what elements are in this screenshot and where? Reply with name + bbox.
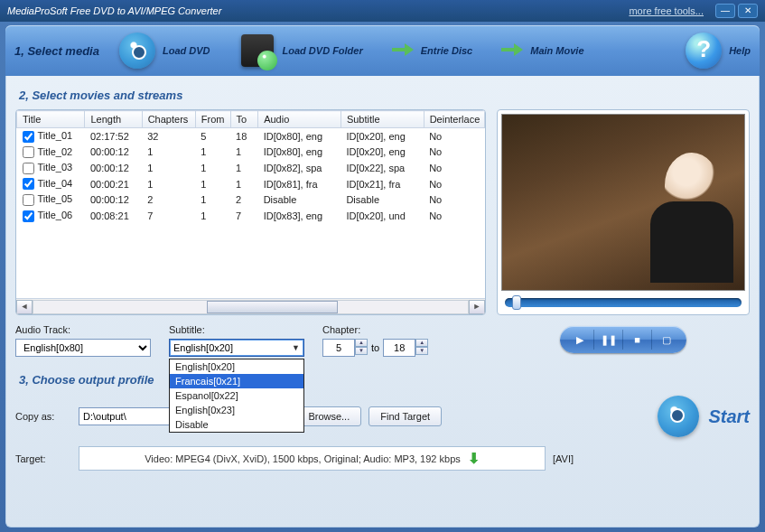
subtitle-dropdown[interactable]: English[0x20]Francais[0x21]Espanol[0x22]… xyxy=(169,359,304,433)
dvd-folder-icon xyxy=(238,31,277,70)
subtitle-option[interactable]: English[0x23] xyxy=(170,403,303,417)
step3-label: 3, Choose output profile xyxy=(19,373,750,387)
start-button[interactable]: Start xyxy=(658,396,750,437)
target-desc: Video: MPEG4 (DivX, XviD), 1500 kbps, Or… xyxy=(145,453,461,464)
play-button[interactable]: ▶ xyxy=(565,330,594,350)
preview-panel xyxy=(497,109,750,315)
subtitle-select[interactable]: English[0x20] ▼ xyxy=(169,339,304,357)
audio-track-label: Audio Track: xyxy=(15,324,151,335)
help-button[interactable]: ? Help xyxy=(684,31,751,70)
scroll-thumb[interactable] xyxy=(207,301,337,313)
arrow-icon xyxy=(390,31,415,70)
column-header[interactable]: From xyxy=(195,111,230,128)
minimize-button[interactable]: — xyxy=(715,4,735,18)
subtitle-option[interactable]: Espanol[0x22] xyxy=(170,388,303,403)
scroll-track[interactable] xyxy=(33,300,469,314)
subtitle-option[interactable]: Francais[0x21] xyxy=(170,374,303,388)
snapshot-button[interactable]: ▢ xyxy=(652,330,681,350)
find-target-button[interactable]: Find Target xyxy=(369,406,442,426)
column-header[interactable]: Title xyxy=(17,111,85,128)
row-checkbox[interactable] xyxy=(23,194,34,206)
main-movie-button[interactable]: Main Movie xyxy=(499,31,583,70)
avi-tag: [AVI] xyxy=(553,453,589,464)
audio-track-select[interactable]: English[0x80] xyxy=(15,339,151,357)
scroll-left-button[interactable]: ◄ xyxy=(16,300,33,314)
toolbar: 1, Select media Load DVD Load DVD Folder… xyxy=(5,25,760,76)
table-row[interactable]: Title_0102:17:5232518ID[0x80], engID[0x2… xyxy=(17,128,485,145)
seek-slider[interactable] xyxy=(505,298,742,307)
disc-icon xyxy=(658,396,699,437)
video-preview[interactable] xyxy=(501,114,745,291)
disc-icon xyxy=(117,31,157,70)
scroll-right-button[interactable]: ► xyxy=(469,300,485,314)
seek-thumb[interactable] xyxy=(512,295,521,310)
start-label: Start xyxy=(708,406,750,427)
row-checkbox[interactable] xyxy=(23,163,34,174)
load-dvd-button[interactable]: Load DVD xyxy=(117,31,210,70)
browse-button[interactable]: Browse... xyxy=(296,406,361,426)
chapter-label: Chapter: xyxy=(322,324,428,335)
entire-disc-label: Entrie Disc xyxy=(421,45,472,56)
step1-label: 1, Select media xyxy=(14,44,99,58)
pause-button[interactable]: ❚❚ xyxy=(594,330,623,350)
target-label: Target: xyxy=(15,453,71,464)
table-row[interactable]: Title_0600:08:21717ID[0x83], engID[0x20]… xyxy=(17,208,485,224)
column-header[interactable]: Length xyxy=(85,111,142,128)
player-controls: ▶ ❚❚ ■ ▢ xyxy=(560,326,686,353)
column-header[interactable]: To xyxy=(230,111,258,128)
movies-table-panel: TitleLengthChaptersFromToAudioSubtitleDe… xyxy=(15,109,486,315)
chapter-from-up[interactable]: ▲ xyxy=(355,339,368,347)
chevron-down-icon: ▼ xyxy=(292,343,300,352)
load-dvd-folder-button[interactable]: Load DVD Folder xyxy=(238,31,363,70)
main-movie-label: Main Movie xyxy=(530,45,583,56)
row-checkbox[interactable] xyxy=(23,178,34,190)
chapter-to-down[interactable]: ▼ xyxy=(415,347,428,355)
target-profile-select[interactable]: Video: MPEG4 (DivX, XviD), 1500 kbps, Or… xyxy=(79,446,546,471)
table-row[interactable]: Title_0500:00:12212DisableDisableNo xyxy=(17,191,485,208)
column-header[interactable]: Deinterlace xyxy=(424,111,484,128)
chapter-to-label: to xyxy=(371,342,379,353)
horizontal-scrollbar[interactable]: ◄ ► xyxy=(16,298,485,314)
chapter-to-input[interactable] xyxy=(383,339,415,357)
row-checkbox[interactable] xyxy=(23,146,34,158)
help-icon: ? xyxy=(684,31,723,70)
load-dvd-label: Load DVD xyxy=(163,45,210,56)
chapter-from-down[interactable]: ▼ xyxy=(355,347,368,355)
row-checkbox[interactable] xyxy=(23,131,34,143)
step2-label: 2, Select movies and streams xyxy=(19,89,750,102)
app-title: MediaProSoft Free DVD to AVI/MPEG Conver… xyxy=(7,5,629,16)
row-checkbox[interactable] xyxy=(23,210,34,222)
column-header[interactable]: Audio xyxy=(258,111,341,128)
subtitle-label: Subtitle: xyxy=(169,324,304,335)
close-button[interactable]: ✕ xyxy=(738,4,758,18)
dropdown-arrow-icon: ⬇ xyxy=(468,450,480,467)
column-header[interactable]: Chapters xyxy=(142,111,195,128)
subtitle-option[interactable]: English[0x20] xyxy=(170,359,303,374)
load-folder-label: Load DVD Folder xyxy=(283,45,363,56)
table-row[interactable]: Title_0300:00:12111ID[0x82], spaID[0x22]… xyxy=(17,160,485,176)
subtitle-value: English[0x20] xyxy=(173,342,233,353)
entire-disc-button[interactable]: Entrie Disc xyxy=(390,31,472,70)
more-tools-link[interactable]: more free tools... xyxy=(629,5,704,16)
table-row[interactable]: Title_0400:00:21111ID[0x81], fraID[0x21]… xyxy=(17,176,485,192)
copy-as-label: Copy as: xyxy=(15,411,71,422)
column-header[interactable]: Subtitle xyxy=(341,111,424,128)
arrow-icon xyxy=(499,31,525,70)
movies-table[interactable]: TitleLengthChaptersFromToAudioSubtitleDe… xyxy=(16,110,485,224)
chapter-to-up[interactable]: ▲ xyxy=(415,339,428,347)
chapter-from-input[interactable] xyxy=(322,339,355,357)
help-label: Help xyxy=(729,45,751,56)
table-row[interactable]: Title_0200:00:12111ID[0x80], engID[0x20]… xyxy=(17,145,485,161)
subtitle-option[interactable]: Disable xyxy=(170,417,303,432)
stop-button[interactable]: ■ xyxy=(623,330,652,350)
